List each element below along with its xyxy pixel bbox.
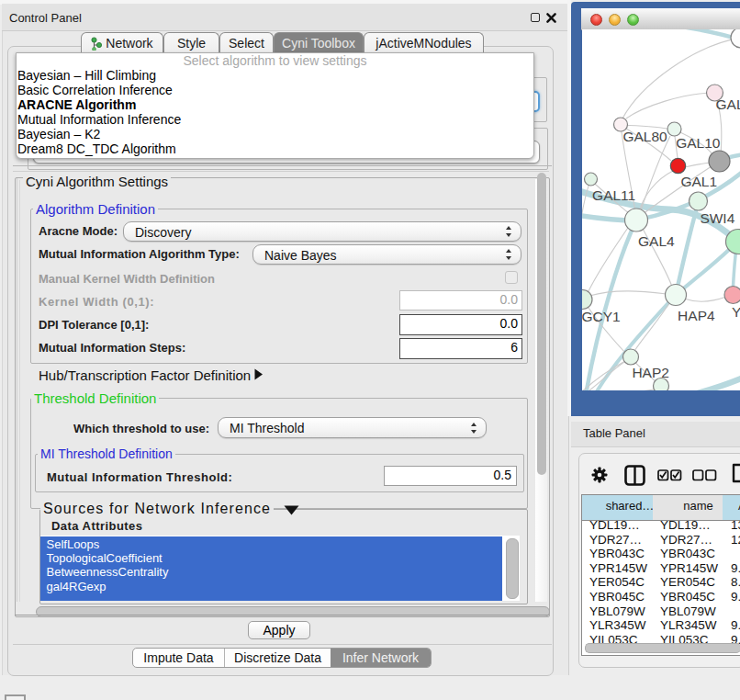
svg-text:HAP2: HAP2 bbox=[632, 365, 669, 380]
svg-text:GCY1: GCY1 bbox=[582, 309, 621, 324]
svg-text:Y: Y bbox=[732, 304, 740, 320]
svg-text:GAL: GAL bbox=[716, 96, 740, 112]
svg-text:GAL80: GAL80 bbox=[622, 129, 667, 144]
svg-text:GAL4: GAL4 bbox=[638, 233, 675, 249]
svg-text:HAP4: HAP4 bbox=[678, 308, 715, 323]
svg-text:GAL10: GAL10 bbox=[676, 135, 721, 151]
svg-text:GAL1: GAL1 bbox=[680, 174, 717, 189]
svg-text:GAL11: GAL11 bbox=[592, 187, 635, 203]
svg-text:SWI4: SWI4 bbox=[700, 210, 734, 226]
